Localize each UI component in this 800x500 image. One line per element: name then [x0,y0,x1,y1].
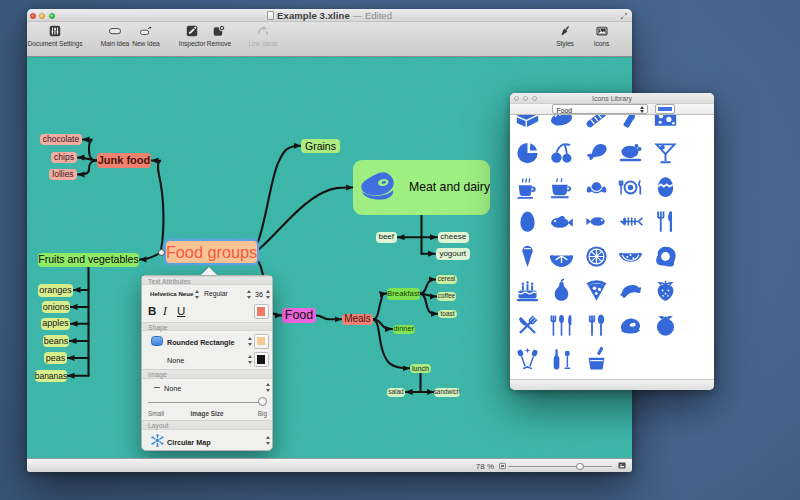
mindmap-node-coffee[interactable]: coffee [437,292,456,301]
fullscreen-icon[interactable] [620,12,628,20]
butter-icon[interactable] [514,115,541,132]
mindmap-node-bananas[interactable]: bananas [35,370,67,383]
mindmap-node-sandwich[interactable]: sandwich [434,388,460,397]
utensil-set-icon[interactable] [548,312,575,339]
egg-icon[interactable] [514,208,541,235]
mindmap-node-apples[interactable]: apples [41,318,70,331]
mindmap-node-dinner[interactable]: dinner [393,325,416,334]
italic-button[interactable]: I [163,305,167,317]
mindmap-node-food[interactable]: Food [282,308,316,324]
zoom-slider-thumb[interactable] [576,463,584,471]
zoom-slider[interactable] [508,466,612,468]
bold-button[interactable]: B [148,305,156,317]
roast-chicken-icon[interactable] [617,139,644,166]
mindmap-node-lunch[interactable]: lunch [410,364,431,374]
champagne-bucket-icon[interactable] [583,346,610,373]
coffee-cup-icon[interactable] [514,174,541,201]
mindmap-node-grains[interactable]: Grains [301,139,340,154]
watermelon-icon[interactable] [617,243,644,270]
mindmap-node-fruits[interactable]: Fruits and vegetables [38,253,139,267]
fish-bones-icon[interactable] [617,208,644,235]
mindmap-node-chips[interactable]: chips [51,152,77,163]
tea-cup-icon[interactable] [548,174,575,201]
mindmap-node-oranges[interactable]: oranges [38,284,73,297]
mindmap-node-cheese[interactable]: cheese [438,232,470,244]
toolbar-button-icons[interactable]: Icons [567,24,637,47]
image-select[interactable]: None [164,384,181,393]
strawberry-icon[interactable] [652,277,679,304]
font-family-stepper-icon[interactable] [195,290,200,299]
pear-icon[interactable] [548,277,575,304]
mindmap-node-salad[interactable]: salad [387,388,405,397]
stroke-select[interactable]: None [167,356,184,365]
fried-egg-icon[interactable] [652,243,679,270]
champagne-toast-icon[interactable] [514,346,541,373]
stroke-color-well[interactable] [254,352,269,367]
mindmap-node-junkfood[interactable]: Junk food [97,153,151,168]
font-style-select[interactable]: Regular [204,290,228,297]
pepper-grinder-icon[interactable] [617,115,644,132]
dinner-setting-icon[interactable] [617,174,644,201]
category-dropdown[interactable]: Food [552,104,649,113]
ice-cream-icon[interactable] [514,243,541,270]
pizza-icon[interactable] [583,277,610,304]
bread-loaf-icon[interactable] [548,115,575,132]
mindmap-node-beef[interactable]: beef [376,232,398,244]
mindmap-node-cereal[interactable]: cereal [436,275,457,284]
crossed-utensils-icon[interactable] [514,312,541,339]
cutlery-icon[interactable] [652,208,679,235]
shape-fill-well[interactable] [254,334,269,349]
image-size-slider-thumb[interactable] [258,397,267,406]
image-section-header: Image [142,369,272,379]
image-size-slider[interactable] [148,402,266,404]
fish-icon[interactable] [548,208,575,235]
mindmap-node-peas[interactable]: peas [44,352,67,364]
node-collapse-handle[interactable] [158,249,165,256]
chocolate-egg-icon[interactable] [652,174,679,201]
font-size-value[interactable]: 36 [255,290,263,299]
mindmap-node-yogourt[interactable]: yogourt [436,248,471,260]
cheese-wheel-icon[interactable] [514,139,541,166]
spoon-fork-icon[interactable] [583,312,610,339]
steak-icon[interactable] [617,312,644,339]
zoom-fit-icon[interactable] [617,461,627,470]
mindmap-node-meat[interactable]: Meat and dairy [353,160,490,215]
layout-select[interactable]: Circular Map [167,438,211,447]
layout-stepper-icon[interactable] [266,436,271,445]
mindmap-node-lollies[interactable]: lollies [49,169,77,180]
mindmap-node-toast[interactable]: toast [438,310,457,319]
drumstick-icon[interactable] [583,139,610,166]
wine-bottle-icon[interactable] [548,346,575,373]
croissant-icon[interactable] [583,174,610,201]
zoom-page-icon[interactable] [498,462,507,470]
mindmap-node-foodgroups[interactable]: Food groups [166,241,257,263]
birthday-cake-icon[interactable] [514,277,541,304]
icon-color-well[interactable] [655,104,675,113]
sausage-icon[interactable] [617,277,644,304]
tomato-icon[interactable] [652,312,679,339]
underline-button[interactable]: U [177,305,185,317]
lemon-slice-icon[interactable] [548,243,575,270]
shape-stepper-icon[interactable] [248,337,253,346]
mindmap-node-chocolate[interactable]: chocolate [40,134,82,145]
text-color-well[interactable] [254,304,269,319]
size-mid-label: Image Size [142,410,272,417]
mindmap-node-breakfast[interactable]: Breakfast [387,288,420,300]
node-label: beans [44,337,69,346]
document-settings-icon [48,24,62,38]
stroke-stepper-icon[interactable] [248,355,253,364]
martini-icon[interactable] [652,139,679,166]
shape-select[interactable]: Rounded Rectangle [167,338,235,347]
font-style-stepper-icon[interactable] [247,290,252,299]
orange-slice-icon[interactable] [583,243,610,270]
mindmap-node-onions[interactable]: onions [42,301,70,313]
cherries-icon[interactable] [548,139,575,166]
mindmap-node-beans[interactable]: beans [43,335,69,347]
mindmap-node-meals[interactable]: Meals [342,314,373,326]
small-fish-icon[interactable] [583,208,610,235]
image-stepper-icon[interactable] [266,383,271,392]
cheese-slice-icon[interactable] [652,115,679,132]
baguette-icon[interactable] [583,115,610,132]
font-size-stepper-icon[interactable] [266,290,271,299]
font-family-select[interactable]: Helvetica Neue [150,290,193,297]
